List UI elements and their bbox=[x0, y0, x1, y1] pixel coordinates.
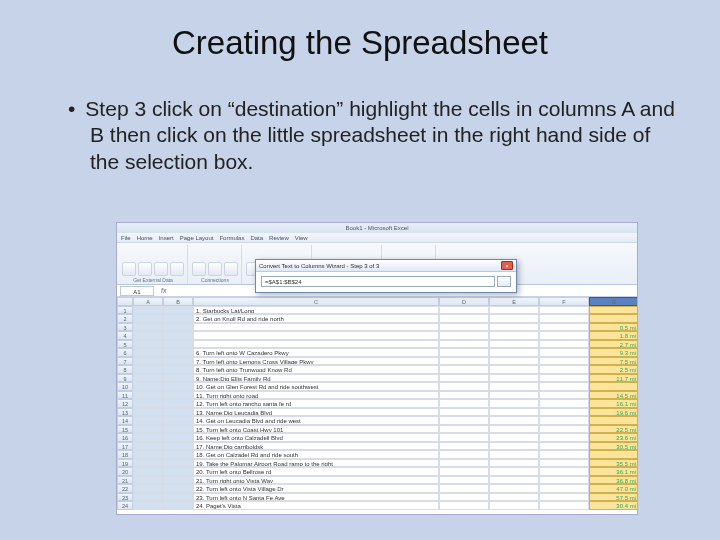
row-header[interactable]: 21 bbox=[117, 476, 133, 485]
cell[interactable] bbox=[439, 467, 489, 476]
menu-tab[interactable]: Home bbox=[137, 235, 153, 241]
cell[interactable] bbox=[489, 433, 539, 442]
cell[interactable] bbox=[163, 425, 193, 434]
row-header[interactable]: 8 bbox=[117, 365, 133, 374]
cell[interactable] bbox=[163, 374, 193, 383]
row-header[interactable]: 17 bbox=[117, 442, 133, 451]
cell[interactable] bbox=[133, 314, 163, 323]
cell[interactable] bbox=[539, 476, 589, 485]
cell[interactable] bbox=[439, 340, 489, 349]
menu-tab[interactable]: File bbox=[121, 235, 131, 241]
cell[interactable] bbox=[589, 306, 638, 315]
cell[interactable] bbox=[439, 416, 489, 425]
menu-tab[interactable]: View bbox=[295, 235, 308, 241]
cell[interactable] bbox=[133, 416, 163, 425]
row-header[interactable]: 11 bbox=[117, 391, 133, 400]
row-header[interactable]: 15 bbox=[117, 425, 133, 434]
cell[interactable] bbox=[439, 365, 489, 374]
cell[interactable] bbox=[133, 340, 163, 349]
ribbon-button[interactable] bbox=[192, 262, 206, 276]
ribbon-button[interactable] bbox=[154, 262, 168, 276]
close-icon[interactable]: × bbox=[501, 261, 513, 270]
menu-tab[interactable]: Page Layout bbox=[180, 235, 214, 241]
column-header[interactable]: A bbox=[133, 297, 163, 306]
cell[interactable] bbox=[439, 433, 489, 442]
cell[interactable] bbox=[193, 323, 439, 332]
cell[interactable] bbox=[539, 433, 589, 442]
cell[interactable] bbox=[539, 374, 589, 383]
row-header[interactable]: 14 bbox=[117, 416, 133, 425]
cell[interactable] bbox=[539, 340, 589, 349]
cell[interactable] bbox=[489, 493, 539, 502]
cell[interactable] bbox=[439, 391, 489, 400]
cell[interactable] bbox=[163, 365, 193, 374]
cell[interactable] bbox=[539, 484, 589, 493]
cell[interactable] bbox=[133, 425, 163, 434]
cell[interactable] bbox=[163, 467, 193, 476]
row-header[interactable]: 2 bbox=[117, 314, 133, 323]
name-box[interactable]: A1 bbox=[120, 286, 154, 296]
cell[interactable] bbox=[133, 357, 163, 366]
cell[interactable]: 7. Turn left onto Lemons Cross Village P… bbox=[193, 357, 439, 366]
cell[interactable] bbox=[539, 425, 589, 434]
cell[interactable] bbox=[133, 476, 163, 485]
cell[interactable] bbox=[489, 340, 539, 349]
cell[interactable] bbox=[539, 391, 589, 400]
row-header[interactable]: 1 bbox=[117, 306, 133, 315]
cell[interactable] bbox=[539, 459, 589, 468]
cell[interactable]: 9. Name:Dig Ellis Family Rd bbox=[193, 374, 439, 383]
cell[interactable] bbox=[163, 306, 193, 315]
cell[interactable] bbox=[133, 484, 163, 493]
cell[interactable] bbox=[489, 416, 539, 425]
cell[interactable] bbox=[539, 323, 589, 332]
cell[interactable] bbox=[439, 306, 489, 315]
cell[interactable]: 1.8 mi bbox=[589, 331, 638, 340]
cell[interactable] bbox=[489, 374, 539, 383]
cell[interactable] bbox=[133, 348, 163, 357]
cell[interactable] bbox=[489, 399, 539, 408]
cell[interactable] bbox=[163, 399, 193, 408]
cell[interactable]: 14.5 mi bbox=[589, 391, 638, 400]
cell[interactable] bbox=[439, 501, 489, 510]
cell[interactable] bbox=[439, 408, 489, 417]
cell[interactable] bbox=[133, 391, 163, 400]
cell[interactable]: 11.7 mi bbox=[589, 374, 638, 383]
row-header[interactable]: 23 bbox=[117, 493, 133, 502]
cell[interactable]: 22.5 mi bbox=[589, 425, 638, 434]
cell[interactable]: 36.1 mi bbox=[589, 467, 638, 476]
cell[interactable] bbox=[163, 493, 193, 502]
cell[interactable] bbox=[133, 306, 163, 315]
cell[interactable] bbox=[193, 340, 439, 349]
cell[interactable]: 21. Turn right onto Vista Way bbox=[193, 476, 439, 485]
cell[interactable] bbox=[539, 408, 589, 417]
cell[interactable] bbox=[133, 450, 163, 459]
cell[interactable] bbox=[439, 399, 489, 408]
cell[interactable] bbox=[489, 331, 539, 340]
cell[interactable] bbox=[163, 433, 193, 442]
cell[interactable] bbox=[439, 450, 489, 459]
cell[interactable] bbox=[589, 382, 638, 391]
row-header[interactable]: 24 bbox=[117, 501, 133, 510]
cell[interactable] bbox=[133, 501, 163, 510]
cell[interactable] bbox=[133, 459, 163, 468]
cell[interactable] bbox=[489, 450, 539, 459]
cell[interactable] bbox=[133, 408, 163, 417]
cell[interactable]: 0.5 mi bbox=[589, 323, 638, 332]
cell[interactable]: 35.5 mi bbox=[589, 459, 638, 468]
cell[interactable] bbox=[163, 323, 193, 332]
corner-cell[interactable] bbox=[117, 297, 133, 306]
cell[interactable]: 7.5 mi bbox=[589, 357, 638, 366]
cell[interactable] bbox=[539, 399, 589, 408]
column-header[interactable]: G bbox=[589, 297, 638, 306]
cell[interactable] bbox=[163, 442, 193, 451]
range-picker-button[interactable] bbox=[497, 276, 511, 287]
cell[interactable] bbox=[163, 484, 193, 493]
column-header[interactable]: D bbox=[439, 297, 489, 306]
cell[interactable]: 18. Get on Calzadel Rd and ride south bbox=[193, 450, 439, 459]
cell[interactable] bbox=[133, 399, 163, 408]
cell[interactable] bbox=[489, 306, 539, 315]
cell[interactable] bbox=[133, 365, 163, 374]
cell[interactable] bbox=[133, 442, 163, 451]
row-header[interactable]: 7 bbox=[117, 357, 133, 366]
cell[interactable] bbox=[589, 450, 638, 459]
